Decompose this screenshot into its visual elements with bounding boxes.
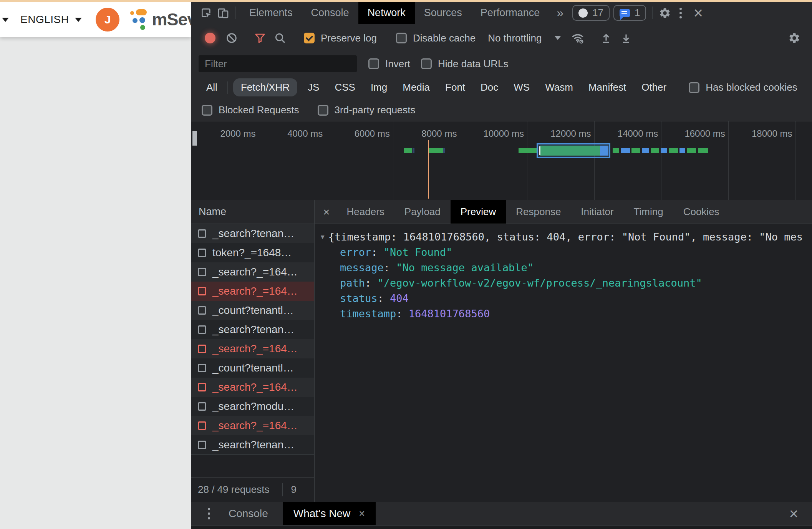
message-count-badge[interactable]: 1 [613, 5, 646, 21]
timeline-tick-label: 2000 ms [193, 128, 256, 139]
expand-triangle-icon[interactable]: ▼ [321, 229, 325, 245]
request-row[interactable]: _search?modu… [191, 397, 314, 416]
error-count-badge[interactable]: 17 [572, 5, 610, 21]
request-row[interactable]: _count?tenantl… [191, 301, 314, 320]
blocked-requests-checkbox[interactable] [202, 105, 212, 116]
kebab-menu-icon[interactable] [673, 2, 688, 24]
preview-property[interactable]: status: 404 [321, 291, 812, 306]
waterfall-bar [519, 148, 537, 153]
blocked-requests-toggle[interactable]: Blocked Requests [202, 104, 299, 116]
waterfall-bar [631, 148, 640, 153]
network-conditions-icon[interactable] [568, 28, 588, 48]
search-icon[interactable] [270, 28, 290, 48]
tab-console[interactable]: Console [302, 2, 358, 24]
request-row[interactable]: _search?_=164… [191, 339, 314, 358]
more-tabs-icon[interactable]: » [550, 2, 570, 24]
type-filter-wasm[interactable]: Wasm [540, 79, 578, 96]
network-settings-gear-icon[interactable] [784, 28, 804, 48]
invert-toggle[interactable]: Invert [368, 58, 410, 70]
device-toolbar-icon[interactable] [215, 2, 232, 24]
drawer-tab-whats-new[interactable]: What's New × [283, 502, 376, 525]
request-label: _search?_=164… [212, 285, 298, 297]
preview-property[interactable]: message: "No message available" [321, 260, 812, 275]
third-party-toggle[interactable]: 3rd-party requests [318, 104, 416, 116]
preview-property[interactable]: path: "/egov-workflow-v2/egov-wf/process… [321, 275, 812, 291]
hide-data-urls-toggle[interactable]: Hide data URLs [421, 58, 509, 70]
divider [282, 483, 283, 496]
filter-input[interactable] [199, 55, 357, 72]
third-party-checkbox[interactable] [318, 105, 328, 116]
devtools-close-icon[interactable]: × [688, 2, 708, 24]
type-filter-other[interactable]: Other [636, 79, 671, 96]
request-row[interactable]: _count?tenantl… [191, 358, 314, 378]
request-row[interactable]: _search?_=164… [191, 416, 314, 435]
detail-tab-headers[interactable]: Headers [337, 200, 394, 224]
settings-gear-icon[interactable] [656, 2, 673, 24]
type-filter-manifest[interactable]: Manifest [583, 79, 631, 96]
request-row[interactable]: token?_=1648… [191, 243, 314, 262]
import-har-icon[interactable] [596, 28, 616, 48]
property-key: path [340, 277, 365, 289]
has-blocked-cookies-toggle[interactable]: Has blocked cookies [689, 81, 797, 93]
detail-tab-timing[interactable]: Timing [624, 200, 673, 224]
timeline-selection[interactable] [537, 143, 610, 158]
truncated-dropdown-caret-icon[interactable] [2, 18, 9, 22]
disable-cache-label: Disable cache [413, 32, 476, 44]
preserve-log-toggle[interactable]: Preserve log [304, 32, 377, 44]
language-dropdown[interactable]: ENGLISH [20, 13, 82, 26]
type-filter-doc[interactable]: Doc [476, 79, 503, 96]
preserve-log-checkbox[interactable] [304, 33, 315, 43]
close-details-icon[interactable]: × [316, 200, 337, 224]
drawer-close-icon[interactable]: × [789, 505, 798, 522]
request-row[interactable]: _search?_=164… [191, 282, 314, 301]
filter-funnel-icon[interactable] [250, 28, 270, 48]
type-filter-fetch-xhr[interactable]: Fetch/XHR [233, 78, 297, 96]
inspect-element-icon[interactable] [198, 2, 215, 24]
type-filter-img[interactable]: Img [366, 79, 392, 96]
name-column-header[interactable]: Name [191, 200, 314, 224]
type-filter-css[interactable]: CSS [330, 79, 360, 96]
request-row[interactable]: _search?_=164… [191, 378, 314, 397]
preview-property[interactable]: timestamp: 1648101768560 [321, 306, 812, 322]
clear-network-log-icon[interactable] [222, 28, 242, 48]
request-row[interactable]: _search?_=164… [191, 262, 314, 282]
avatar-initial: J [104, 13, 111, 26]
record-button[interactable] [205, 33, 215, 43]
timeline-gridline [594, 121, 595, 200]
user-avatar[interactable]: J [96, 8, 119, 32]
selection-handle[interactable] [539, 146, 540, 155]
request-label: _search?modu… [212, 400, 294, 413]
preview-property[interactable]: error: "Not Found" [321, 245, 812, 260]
type-filter-ws[interactable]: WS [509, 79, 535, 96]
tab-elements[interactable]: Elements [240, 2, 302, 24]
request-icon [198, 306, 206, 315]
close-whats-new-icon[interactable]: × [359, 508, 365, 520]
tab-performance[interactable]: Performance [471, 2, 549, 24]
disable-cache-checkbox[interactable] [396, 33, 407, 43]
type-filter-js[interactable]: JS [303, 79, 324, 96]
detail-tab-cookies[interactable]: Cookies [673, 200, 729, 224]
request-row[interactable]: _search?tenan… [191, 320, 314, 339]
invert-checkbox[interactable] [368, 58, 379, 69]
request-row[interactable]: _search?tenan… [191, 435, 314, 454]
detail-tab-preview[interactable]: Preview [451, 200, 506, 224]
detail-tab-payload[interactable]: Payload [394, 200, 451, 224]
request-row[interactable]: _search?tenan… [191, 224, 314, 243]
property-value: 1648101768560 [409, 308, 490, 320]
network-overview[interactable]: 2000 ms4000 ms6000 ms8000 ms10000 ms1200… [191, 121, 812, 200]
has-blocked-cookies-checkbox[interactable] [689, 82, 699, 93]
type-filter-media[interactable]: Media [398, 79, 435, 96]
drawer-tab-console[interactable]: Console [229, 502, 268, 525]
detail-tab-initiator[interactable]: Initiator [571, 200, 623, 224]
throttling-select[interactable]: No throttling [488, 32, 561, 44]
hide-data-urls-checkbox[interactable] [421, 58, 432, 69]
type-filter-all[interactable]: All [201, 79, 222, 96]
tab-network[interactable]: Network [358, 2, 415, 24]
disable-cache-toggle[interactable]: Disable cache [396, 32, 476, 44]
tab-sources[interactable]: Sources [415, 2, 471, 24]
drawer-kebab-menu-icon[interactable] [208, 508, 210, 519]
preview-root-line[interactable]: ▼ {timestamp: 1648101768560, status: 404… [321, 229, 812, 245]
type-filter-font[interactable]: Font [440, 79, 470, 96]
detail-tab-response[interactable]: Response [506, 200, 571, 224]
export-har-icon[interactable] [616, 28, 636, 48]
